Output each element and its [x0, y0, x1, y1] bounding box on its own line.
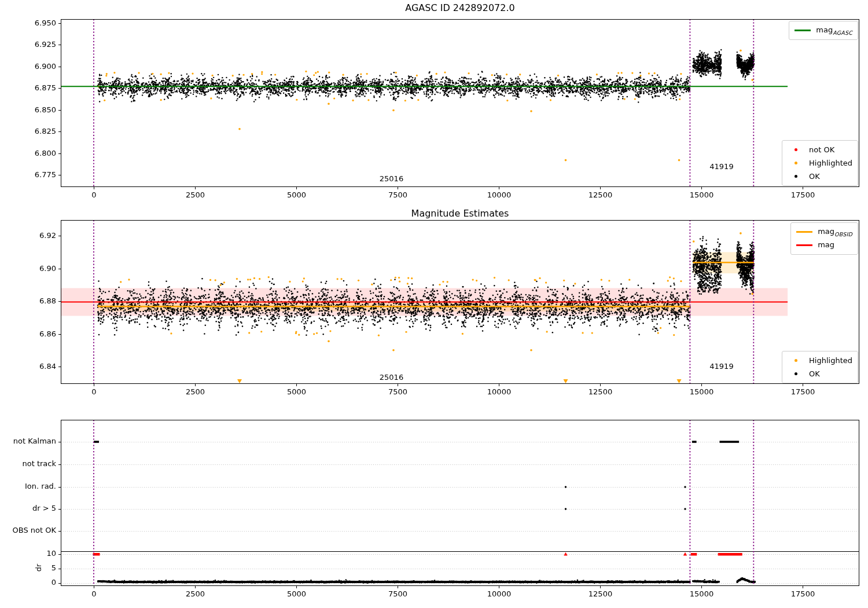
chart-title-agasc: AGASC ID 242892072.0	[405, 2, 514, 13]
legend-label-ok: OK	[809, 369, 820, 378]
legend-label-mag-agasc: magAGASC	[816, 25, 852, 36]
obsid-count-label-41919: 41919	[709, 361, 733, 370]
legend-sample	[788, 148, 804, 151]
legend-item-highlighted: Highlighted	[788, 354, 852, 367]
legend-item-ok: OK	[788, 367, 852, 380]
black-dot-sample	[795, 175, 797, 178]
legend-item-mag: mag	[796, 239, 852, 252]
figure: AGASC ID 242892072.0 25016 41919 magAGAS…	[0, 0, 868, 608]
legend-mag-agasc: magAGASC	[789, 21, 858, 40]
legend-label-mag: mag	[818, 240, 834, 251]
legend-point-status-1: not OK Highlighted OK	[782, 140, 858, 186]
mag-agasc-plot-canvas	[0, 0, 868, 206]
chart-magnitude-estimates: Magnitude Estimates 25016 41919 magOBSID…	[0, 206, 868, 411]
obsid-count-label-25016: 25016	[380, 373, 403, 382]
legend-sample	[796, 244, 812, 246]
dr-tick-0: 0	[52, 578, 56, 587]
legend-sample	[788, 359, 804, 362]
legend-item-not-ok: not OK	[788, 143, 852, 156]
legend-label-mag-obsid: magOBSID	[818, 227, 852, 237]
legend-item-ok: OK	[788, 170, 852, 183]
legend-sample	[796, 231, 812, 233]
category-label-ion-rad: Ion. rad.	[25, 482, 56, 490]
orange-dot-sample	[795, 359, 797, 362]
magnitude-estimates-plot-canvas	[0, 206, 868, 411]
dr-tick-10: 10	[46, 549, 56, 558]
legend-sample	[795, 30, 811, 31]
category-label-not-kalman: not Kalman	[13, 437, 56, 445]
orange-dot-sample	[795, 162, 797, 164]
legend-item-highlighted: Highlighted	[788, 156, 852, 170]
legend-sample	[788, 372, 804, 375]
legend-sample	[788, 162, 804, 164]
dr-tick-5: 5	[52, 563, 56, 572]
legend-sample	[788, 175, 804, 178]
legend-mag-lines: magOBSID mag	[790, 222, 858, 255]
legend-item-mag-obsid: magOBSID	[796, 225, 852, 239]
category-label-dr-gt-5: dr > 5	[32, 504, 56, 512]
red-line-sample	[796, 244, 812, 246]
category-label-obs-not-ok: OBS not OK	[13, 526, 57, 534]
legend-item-mag-agasc: magAGASC	[795, 24, 852, 37]
orange-line-sample	[796, 231, 812, 233]
flags-plot-canvas	[0, 411, 868, 608]
legend-label-ok: OK	[809, 172, 820, 181]
black-dot-sample	[795, 372, 797, 375]
legend-label-highlighted: Highlighted	[809, 159, 852, 167]
legend-point-status-2: Highlighted OK	[782, 351, 858, 383]
legend-label-not-ok: not OK	[809, 145, 834, 154]
legend-label-highlighted: Highlighted	[809, 356, 852, 365]
green-line-sample	[795, 30, 811, 31]
red-dot-sample	[795, 148, 797, 151]
category-label-not-track: not track	[22, 459, 56, 468]
obsid-count-label-41919: 41919	[709, 162, 733, 171]
obsid-count-label-25016: 25016	[380, 174, 403, 183]
chart-mag-agasc: AGASC ID 242892072.0 25016 41919 magAGAS…	[0, 0, 868, 206]
chart-title-magnitude-estimates: Magnitude Estimates	[411, 208, 509, 219]
chart-flags-dr: not Kalman not track Ion. rad. dr > 5 OB…	[0, 411, 868, 608]
dr-axis-label: dr	[34, 559, 43, 577]
